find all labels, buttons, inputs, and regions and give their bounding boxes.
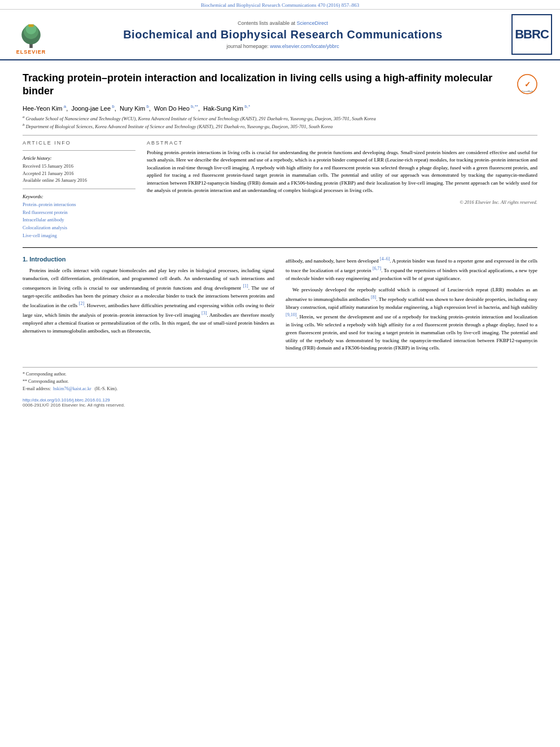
ref-2[interactable]: [2] — [79, 301, 84, 306]
footer-notes: * Corresponding author. ** Corresponding… — [23, 367, 537, 392]
contents-available-text: Contents lists available at — [238, 20, 295, 26]
ref-1[interactable]: [1] — [243, 283, 248, 289]
divider-keywords — [23, 189, 135, 189]
article-title-row: Tracking protein–protein interaction and… — [23, 66, 537, 98]
email-address: hskim76@kaist.ac.kr — [53, 386, 91, 391]
intro-para-2: affibody, and nanobody, have been develo… — [286, 256, 537, 283]
doi-line: http://dx.doi.org/10.1016/j.bbrc.2016.01… — [23, 397, 537, 403]
svg-text:CrossMark: CrossMark — [522, 90, 533, 93]
copyright-bottom: 0006-291X/© 2016 Elsevier Inc. All right… — [23, 403, 537, 408]
email-link[interactable]: hskim76@kaist.ac.kr — [53, 386, 93, 391]
journal-citation-text: Biochemical and Biophysical Research Com… — [201, 2, 360, 8]
footer-corresponding-1: * Corresponding author. — [23, 371, 537, 378]
article-info-abstract-row: ARTICLE INFO Article history: Received 1… — [23, 140, 537, 239]
author-3: Nury Kim — [120, 104, 145, 111]
keyword-4: Colocalization analysis — [23, 224, 135, 232]
affiliations: a Graduate School of Nanoscience and Tec… — [23, 115, 537, 130]
section-title-link[interactable]: Introduction — [29, 256, 65, 263]
bbrc-logo: BBRC — [509, 14, 554, 55]
intro-left-text: Proteins inside cells interact with cogn… — [23, 267, 274, 335]
journal-homepage-line: journal homepage: www.elsevier.com/locat… — [226, 43, 339, 49]
divider-before-introduction — [23, 247, 537, 248]
abstract-label: ABSTRACT — [147, 140, 537, 146]
author-4: Won Do Heo — [154, 104, 190, 111]
science-direct-link[interactable]: ScienceDirect — [297, 20, 329, 26]
section-number: 1. — [23, 256, 28, 263]
journal-header: ELSEVIER Contents lists available at Sci… — [0, 10, 560, 60]
corresponding-1-text: * Corresponding author. — [23, 372, 67, 377]
abstract-column: ABSTRACT Probing protein–protein interac… — [147, 140, 537, 239]
history-accepted: Accepted 21 January 2016 — [23, 170, 135, 177]
email-label: E-mail address: — [23, 386, 51, 391]
article-container: Tracking protein–protein interaction and… — [0, 60, 560, 419]
aff-sup-a: a — [23, 115, 25, 119]
elsevier-logo: ELSEVIER — [6, 14, 56, 55]
article-info-column: ARTICLE INFO Article history: Received 1… — [23, 140, 135, 239]
article-title-text: Tracking protein–protein interaction and… — [23, 72, 517, 98]
ref-4-6[interactable]: [4–6] — [380, 256, 390, 261]
article-info-label: ARTICLE INFO — [23, 140, 135, 146]
introduction-section: 1. Introduction Proteins inside cells in… — [23, 256, 537, 356]
keywords-section: Keywords: Protein–protein interactions R… — [23, 194, 135, 239]
section-heading: 1. Introduction — [23, 256, 274, 263]
intro-right-column: affibody, and nanobody, have been develo… — [286, 256, 537, 356]
svg-text:✓: ✓ — [524, 80, 531, 89]
aff-sup-b: b — [23, 123, 25, 127]
science-direct-label: ScienceDirect — [297, 20, 329, 26]
elsevier-brand-text: ELSEVIER — [16, 49, 46, 55]
keyword-1: Protein–protein interactions — [23, 201, 135, 209]
divider-after-affiliations — [23, 135, 537, 136]
abstract-text: Probing protein–protein interactions in … — [147, 149, 537, 195]
article-history: Article history: Received 15 January 201… — [23, 155, 135, 184]
affiliation-a: Graduate School of Nanoscience and Techn… — [26, 116, 376, 121]
history-title: Article history: — [23, 155, 135, 161]
email-name: (H.-S. Kim). — [95, 386, 117, 391]
doi-text: http://dx.doi.org/10.1016/j.bbrc.2016.01… — [23, 397, 110, 403]
affiliation-b: Department of Biological Sciences, Korea… — [26, 124, 333, 129]
ref-8[interactable]: [8] — [371, 295, 376, 300]
bbrc-box: BBRC — [511, 14, 552, 55]
homepage-label: journal homepage: — [226, 43, 269, 49]
footer-corresponding-2: ** Corresponding author. — [23, 378, 537, 386]
science-direct-line: Contents lists available at ScienceDirec… — [238, 20, 328, 26]
svg-rect-4 — [28, 24, 33, 27]
history-received: Received 15 January 2016 — [23, 163, 135, 170]
section-title-text: Introduction — [29, 256, 65, 263]
intro-para-3: We previously developed the repebody sca… — [286, 286, 537, 353]
author-2: Joong-jae Lee — [71, 104, 111, 111]
intro-para-1: Proteins inside cells interact with cogn… — [23, 267, 274, 335]
intro-left-column: 1. Introduction Proteins inside cells in… — [23, 256, 274, 356]
journal-header-center: Contents lists available at ScienceDirec… — [62, 14, 504, 55]
author-1: Hee-Yeon Kim — [23, 104, 63, 111]
bbrc-text: BBRC — [515, 27, 549, 42]
journal-citation-bar: Biochemical and Biophysical Research Com… — [0, 0, 560, 10]
keyword-5: Live-cell imaging — [23, 232, 135, 240]
divider-article-info — [23, 150, 135, 151]
doi-link[interactable]: http://dx.doi.org/10.1016/j.bbrc.2016.01… — [23, 397, 110, 403]
ref-6-7[interactable]: [6,7] — [373, 266, 381, 271]
history-online: Available online 26 January 2016 — [23, 177, 135, 184]
ref-3[interactable]: [3] — [202, 311, 207, 316]
ref-9-10[interactable]: [9,10] — [286, 312, 296, 317]
abstract-copyright: © 2016 Elsevier Inc. All rights reserved… — [147, 199, 537, 205]
keyword-3: Intracellular antibody — [23, 216, 135, 224]
homepage-link[interactable]: www.elsevier.com/locate/ybbrc — [270, 43, 339, 49]
keywords-title: Keywords: — [23, 194, 135, 199]
intro-right-text: affibody, and nanobody, have been develo… — [286, 256, 537, 352]
keyword-2: Red fluorescent protein — [23, 209, 135, 217]
authors-line: Hee-Yeon Kim a, Joong-jae Lee b, Nury Ki… — [23, 104, 537, 112]
author-5: Hak-Sung Kim — [203, 104, 243, 111]
footer-email-line: E-mail address: hskim76@kaist.ac.kr (H.-… — [23, 386, 537, 393]
homepage-url: www.elsevier.com/locate/ybbrc — [270, 43, 339, 49]
crossmark-icon: ✓ CrossMark — [517, 74, 537, 94]
journal-main-title: Biochemical and Biophysical Research Com… — [123, 28, 443, 41]
corresponding-2-text: ** Corresponding author. — [23, 379, 69, 384]
